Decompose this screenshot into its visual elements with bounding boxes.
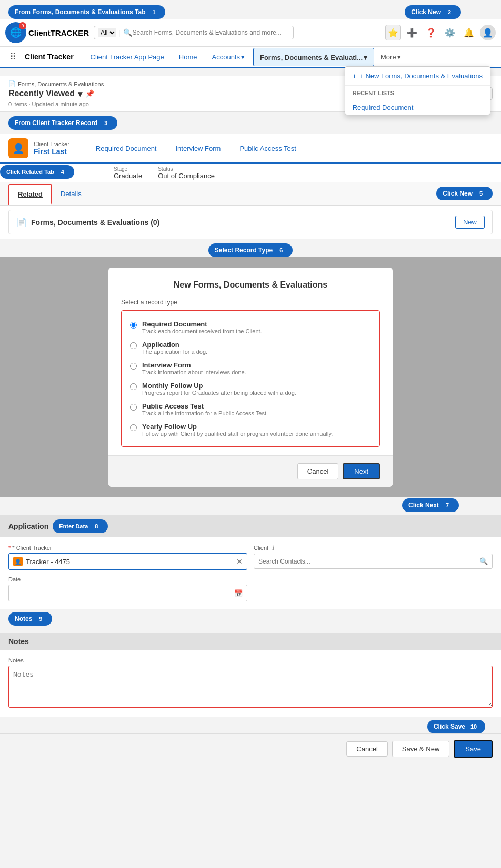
record-type-interview-form[interactable]: Interview Form Track information about i…: [128, 358, 373, 379]
client-tracker-field-group: * * Client Tracker 👤 Tracker - 4475 ✕: [8, 545, 247, 570]
app-name: Client Tracker: [23, 47, 76, 66]
nav-accounts[interactable]: Accounts ▾: [206, 48, 251, 66]
plus-icon: +: [353, 72, 357, 80]
forms-new-button[interactable]: New: [455, 216, 485, 229]
callout-6: Select Record Type 6: [208, 243, 293, 257]
record-type-desc-0: Track each document received from the Cl…: [142, 328, 262, 334]
record-type-name-2: Interview Form: [142, 361, 246, 369]
modal-cancel-button[interactable]: Cancel: [297, 463, 338, 479]
save-button[interactable]: Save: [454, 740, 493, 758]
page-title: Recently Viewed ▾ 📌: [8, 89, 94, 99]
details-tab[interactable]: Details: [52, 185, 90, 203]
add-icon[interactable]: ➕: [404, 25, 420, 40]
notes-textarea[interactable]: [8, 666, 493, 708]
related-tab[interactable]: Related: [8, 184, 52, 205]
client-tracker-input[interactable]: 👤 Tracker - 4475 ✕: [8, 553, 247, 570]
record-type-radio-public[interactable]: [130, 404, 137, 411]
client-tracker-value: Tracker - 4475: [26, 558, 233, 566]
record-fields: Stage Graduate Status Out of Compliance: [114, 166, 215, 180]
callout-4: Click Related Tab 4: [0, 165, 74, 179]
select-record-type-modal: New Forms, Documents & Evaluations Selec…: [108, 268, 393, 487]
save-bar-cancel-button[interactable]: Cancel: [346, 741, 387, 757]
notes-label: Notes: [8, 657, 493, 663]
date-input[interactable]: 📅: [8, 585, 247, 601]
recent-required-document[interactable]: Required Document: [345, 100, 490, 115]
nav-more[interactable]: More ▾: [376, 48, 405, 66]
record-type-desc-1: The application for a dog.: [142, 349, 207, 355]
record-header: 👤 Client Tracker First Last Required Doc…: [0, 134, 501, 164]
nav-forms-documents[interactable]: Forms, Documents & Evaluati... ▾: [253, 48, 374, 66]
record-main-tabs: Related Details Click New 5: [0, 182, 501, 206]
modal-title: New Forms, Documents & Evaluations: [121, 280, 380, 290]
global-search-bar[interactable]: All | 🔍: [94, 26, 294, 39]
record-type-list: Required Document Track each document re…: [121, 310, 380, 447]
record-type-label: Client Tracker: [34, 141, 69, 147]
notes-section: Notes Notes: [0, 633, 501, 717]
forms-section-title: 📄 Forms, Documents & Evaluations (0): [16, 217, 159, 227]
more-chevron-icon: ▾: [397, 53, 401, 61]
client-tracker-clear-icon[interactable]: ✕: [236, 557, 243, 566]
modal-next-button[interactable]: Next: [343, 463, 380, 479]
record-type-name-1: Application: [142, 341, 207, 349]
select-record-type-label: Select a record type: [121, 299, 380, 306]
client-info-icon: ℹ: [272, 545, 274, 551]
callout-9: Notes 9: [8, 612, 52, 626]
user-avatar[interactable]: 👤: [480, 25, 496, 40]
client-tracker-record: 👤 Client Tracker First Last Required Doc…: [0, 134, 501, 239]
record-type-radio-interview[interactable]: [130, 363, 137, 370]
record-type-desc-2: Track information about interviews done.: [142, 369, 246, 375]
stage-field-label: Stage: [114, 166, 142, 172]
search-scope-dropdown[interactable]: All: [98, 28, 116, 37]
grid-icon[interactable]: ⠿: [5, 47, 21, 67]
record-type-required-document[interactable]: Required Document Track each document re…: [128, 317, 373, 338]
save-bar: Cancel Save & New Save: [0, 733, 501, 764]
record-type-name-3: Monthly Follow Up: [142, 382, 296, 390]
forms-section-header: 📄 Forms, Documents & Evaluations (0) New: [9, 210, 492, 234]
client-search-icon: 🔍: [479, 557, 488, 565]
callout-8: Enter Data 8: [53, 519, 108, 533]
record-type-public-access-test[interactable]: Public Access Test Track all the informa…: [128, 399, 373, 420]
record-type-yearly-follow-up[interactable]: Yearly Follow Up Follow up with Client b…: [128, 420, 373, 440]
accounts-chevron-icon: ▾: [241, 53, 245, 61]
new-forms-documents-item[interactable]: + + New Forms, Documents & Evaluations: [345, 67, 490, 86]
favorites-icon[interactable]: ⭐: [385, 25, 401, 40]
tracker-icon: 👤: [13, 557, 23, 566]
client-field-group: Client ℹ 🔍: [254, 545, 493, 570]
settings-icon[interactable]: ⚙️: [442, 25, 458, 40]
calendar-icon[interactable]: 📅: [234, 589, 243, 597]
callout-7: Click Next 7: [402, 498, 459, 512]
record-type-radio-yearly[interactable]: [130, 424, 137, 431]
tab-interview-form[interactable]: Interview Form: [168, 141, 228, 156]
record-type-application[interactable]: Application The application for a dog.: [128, 338, 373, 358]
record-type-radio-monthly[interactable]: [130, 383, 137, 390]
status-field-value: Out of Compliance: [158, 172, 215, 180]
global-search-input[interactable]: [132, 29, 289, 36]
title-dropdown-icon[interactable]: ▾: [78, 89, 82, 99]
record-type-monthly-follow-up[interactable]: Monthly Follow Up Progress report for Gr…: [128, 379, 373, 399]
application-section-header: Application Enter Data 8: [0, 515, 501, 537]
nav-home[interactable]: Home: [173, 48, 204, 66]
record-quick-tabs: Required Document Interview Form Public …: [88, 141, 304, 156]
client-search-input-wrap[interactable]: 🔍: [254, 554, 493, 569]
top-navigation: 🌐 9 ClientTRACKER All | 🔍 ⭐ ➕ ❓ ⚙️ 🔔 👤: [0, 19, 501, 47]
record-type-radio-application[interactable]: [130, 342, 137, 349]
stage-field-value: Graduate: [114, 172, 142, 180]
notifications-icon[interactable]: 🔔: [461, 25, 477, 40]
tab-required-document[interactable]: Required Document: [88, 141, 164, 156]
logo-text: ClientTRACKER: [28, 28, 89, 37]
callout-5: Click New 5: [436, 187, 493, 200]
date-label: Date: [8, 576, 247, 583]
tab-public-access-test[interactable]: Public Access Test: [232, 141, 303, 156]
client-search-input[interactable]: [258, 558, 476, 565]
record-type-name-0: Required Document: [142, 320, 262, 328]
pin-icon[interactable]: 📌: [85, 89, 94, 98]
record-name: First Last: [34, 147, 69, 156]
record-type-radio-required[interactable]: [130, 322, 137, 329]
callout-2: Click New 2: [405, 5, 461, 19]
forms-section: 📄 Forms, Documents & Evaluations (0) New: [8, 210, 493, 234]
save-new-button[interactable]: Save & New: [392, 741, 450, 757]
help-icon[interactable]: ❓: [423, 25, 439, 40]
nav-client-tracker-app-page[interactable]: Client Tracker App Page: [84, 48, 171, 66]
client-label: Client ℹ: [254, 545, 493, 552]
application-section: Application Enter Data 8 * * Client Trac…: [0, 515, 501, 609]
